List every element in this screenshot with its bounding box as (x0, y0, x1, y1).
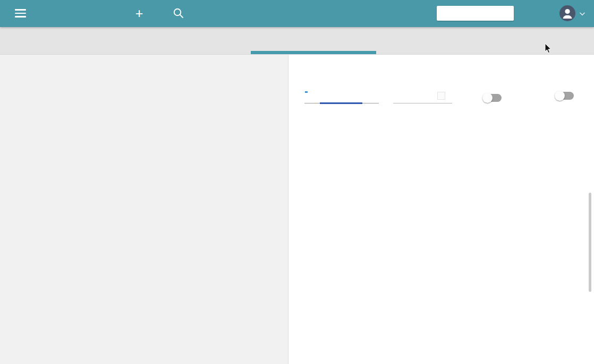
search-icon[interactable] (172, 7, 185, 20)
tab-bar (0, 27, 594, 55)
user-avatar-icon[interactable] (559, 5, 575, 21)
time-map-sidebar (0, 55, 288, 364)
add-icon[interactable]: + (132, 4, 147, 22)
vertical-scrollbar-thumb[interactable] (589, 193, 591, 292)
tag-color-swatch[interactable] (437, 92, 445, 100)
menu-icon[interactable] (15, 9, 26, 18)
title-input[interactable] (304, 90, 379, 103)
update-schedule-button[interactable] (437, 6, 514, 21)
default-toggle[interactable] (483, 94, 502, 102)
title-input-value (305, 91, 308, 93)
time-map-editor (288, 55, 594, 364)
add-time-map-button[interactable] (34, 86, 38, 97)
time-maps-app: + (0, 0, 594, 364)
active-tab-indicator (251, 51, 376, 54)
ignore-holidays-toggle[interactable] (556, 92, 574, 100)
chevron-down-icon[interactable] (579, 10, 586, 18)
tab-time-maps[interactable] (396, 27, 522, 55)
app-header: + (0, 0, 594, 27)
